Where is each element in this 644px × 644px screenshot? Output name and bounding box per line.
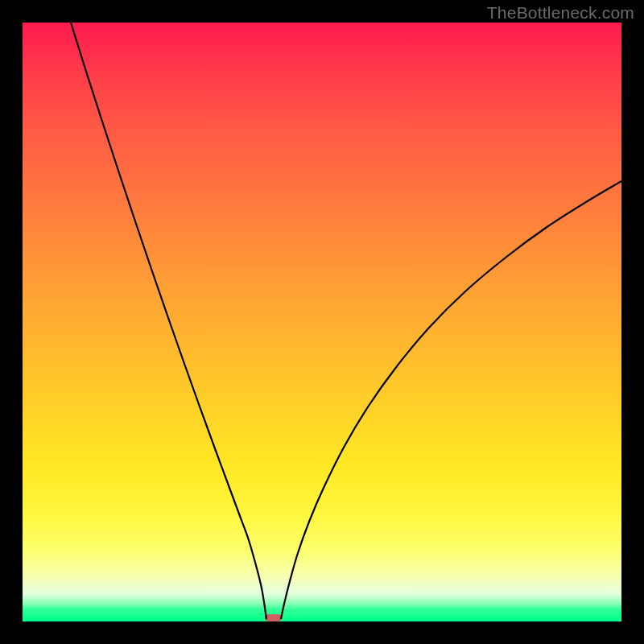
plot-area xyxy=(23,23,621,621)
right-branch-path xyxy=(281,181,621,619)
frame: TheBottleneck.com xyxy=(0,0,644,644)
left-branch-path xyxy=(71,23,266,619)
watermark-text: TheBottleneck.com xyxy=(487,3,634,23)
curve-svg xyxy=(23,23,621,621)
